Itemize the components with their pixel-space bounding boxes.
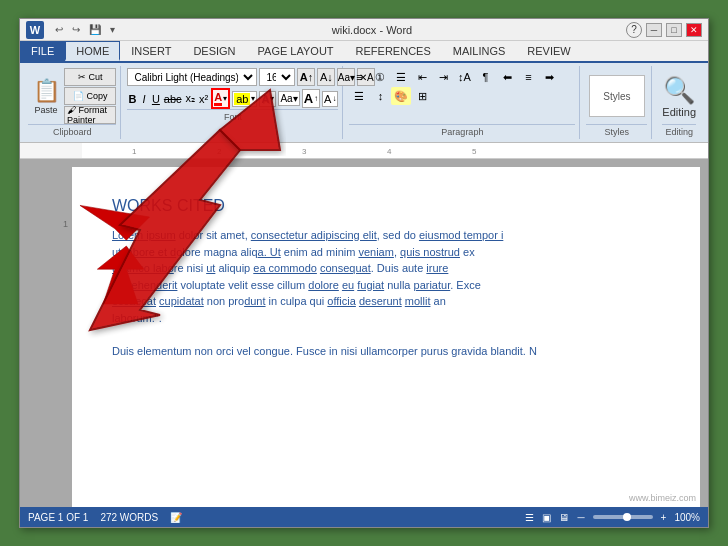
styles-preview[interactable]: Styles xyxy=(589,75,645,117)
ea-link[interactable]: ea commodo xyxy=(253,262,317,274)
shading-button[interactable]: 🎨 xyxy=(391,87,411,105)
fugiat-link[interactable]: fugiat xyxy=(357,279,384,291)
paragraph-buttons: ≡ ① ☰ ⇤ ⇥ ↕A ¶ ⬅ ≡ ➡ ☰ ↕ 🎨 ⊞ xyxy=(349,68,575,124)
font-label: Font xyxy=(127,109,338,122)
increase-font-button[interactable]: A↑ xyxy=(297,68,315,86)
dunt-link[interactable]: dunt xyxy=(244,295,265,307)
decrease-font-button[interactable]: A↓ xyxy=(317,68,335,86)
close-button[interactable]: ✕ xyxy=(686,23,702,37)
italic-button[interactable]: I xyxy=(139,90,149,108)
decrease-indent-button[interactable]: ⇤ xyxy=(412,68,432,86)
tab-insert[interactable]: INSERT xyxy=(120,41,182,61)
lorem-text: Lorem ipsum xyxy=(112,229,176,241)
zoom-slider[interactable] xyxy=(593,515,653,519)
underline-button[interactable]: U xyxy=(151,90,161,108)
font-size-select[interactable]: 16 xyxy=(259,68,295,86)
font-color-button[interactable]: A ▾ xyxy=(211,88,230,109)
paragraph-group: ≡ ① ☰ ⇤ ⇥ ↕A ¶ ⬅ ≡ ➡ ☰ ↕ 🎨 ⊞ Paragraph xyxy=(345,66,580,139)
tab-design[interactable]: DESIGN xyxy=(182,41,246,61)
ruler-inner: 1 2 3 4 5 xyxy=(82,143,708,158)
redo-button[interactable]: ↪ xyxy=(69,23,83,36)
pariatur-link[interactable]: pariatur xyxy=(414,279,451,291)
font-size-grow[interactable]: A ↑ xyxy=(302,89,320,108)
sort-button[interactable]: ↕A xyxy=(454,68,474,86)
format-painter-button[interactable]: 🖌 Format Painter xyxy=(64,106,116,124)
copy-button[interactable]: 📄 Copy xyxy=(64,87,116,105)
tab-mailings[interactable]: MAILINGS xyxy=(442,41,517,61)
document-page[interactable]: WORKS CITED Lorem ipsum dolor sit amet, … xyxy=(72,167,700,507)
align-left-button[interactable]: ⬅ xyxy=(497,68,517,86)
align-center-button[interactable]: ≡ xyxy=(518,68,538,86)
window-title: wiki.docx - Word xyxy=(332,24,412,36)
mollit-link[interactable]: mollit xyxy=(405,295,431,307)
ut-link[interactable]: ut xyxy=(206,262,215,274)
ribbon-content: 📋 Paste ✂ Cut 📄 Copy 🖌 Format Painter Cl… xyxy=(20,63,708,143)
paste-button[interactable]: 📋 Paste xyxy=(28,74,64,118)
text-case-button[interactable]: Aa▾ xyxy=(278,91,299,106)
save-button[interactable]: 💾 xyxy=(86,23,104,36)
quis-link[interactable]: quis nostrud xyxy=(400,246,460,258)
font-effects-button[interactable]: A ▾ xyxy=(259,91,276,107)
multilevel-list-button[interactable]: ☰ xyxy=(391,68,411,86)
show-paragraph-button[interactable]: ¶ xyxy=(475,68,495,86)
styles-label: Styles xyxy=(586,124,647,137)
ut-labore-link[interactable]: ut labore et d xyxy=(112,246,176,258)
qat-dropdown[interactable]: ▾ xyxy=(107,23,118,36)
minimize-button[interactable]: ─ xyxy=(646,23,662,37)
numbered-list-button[interactable]: ① xyxy=(370,68,390,86)
reprehenderit-link[interactable]: reprehenderit xyxy=(112,279,177,291)
proofing-icon[interactable]: 📝 xyxy=(170,512,182,523)
cupidatat-link[interactable]: cupidatat xyxy=(159,295,204,307)
maximize-button[interactable]: □ xyxy=(666,23,682,37)
tab-file[interactable]: FILE xyxy=(20,41,65,61)
ullamco-link[interactable]: ullamco labo xyxy=(112,262,174,274)
justify-button[interactable]: ☰ xyxy=(349,87,369,105)
eiusmod-link[interactable]: eiusmod tempor i xyxy=(419,229,503,241)
border-button[interactable]: ⊞ xyxy=(412,87,432,105)
body-paragraph-6: laborum.". xyxy=(112,310,660,327)
cut-button[interactable]: ✂ Cut xyxy=(64,68,116,86)
consequat-link[interactable]: consequat xyxy=(320,262,371,274)
tab-references[interactable]: REFERENCES xyxy=(345,41,442,61)
align-right-button[interactable]: ➡ xyxy=(539,68,559,86)
view-web-button[interactable]: 🖥 xyxy=(559,512,569,523)
zoom-in-button[interactable]: + xyxy=(661,512,667,523)
bullets-button[interactable]: ≡ xyxy=(349,68,369,86)
dolore-link[interactable]: dolore xyxy=(308,279,339,291)
strikethrough-button[interactable]: abc xyxy=(163,90,183,108)
a-ut-link[interactable]: a. Ut xyxy=(258,246,281,258)
tab-review[interactable]: REVIEW xyxy=(516,41,581,61)
irure-link[interactable]: irure xyxy=(426,262,448,274)
zoom-out-button[interactable]: ─ xyxy=(577,512,584,523)
page-status: PAGE 1 OF 1 xyxy=(28,512,88,523)
deserunt-link[interactable]: deserunt xyxy=(359,295,402,307)
view-normal-button[interactable]: ☰ xyxy=(525,512,534,523)
ruler: 1 2 3 4 5 xyxy=(20,143,708,159)
editing-content: 🔍 Editing xyxy=(662,68,696,124)
undo-button[interactable]: ↩ xyxy=(52,23,66,36)
line-spacing-button[interactable]: ↕ xyxy=(370,87,390,105)
occaecat-link[interactable]: occaecat xyxy=(112,295,156,307)
ribbon-tabs: FILE HOME INSERT DESIGN PAGE LAYOUT REFE… xyxy=(20,41,708,63)
font-size-shrink[interactable]: A ↓ xyxy=(322,91,338,107)
help-button[interactable]: ? xyxy=(626,22,642,38)
eu-link[interactable]: eu xyxy=(342,279,354,291)
styles-button[interactable]: Styles xyxy=(589,68,645,124)
bold-button[interactable]: B xyxy=(127,90,137,108)
highlight-button[interactable]: ab ▾ xyxy=(232,91,257,107)
zoom-level: 100% xyxy=(674,512,700,523)
view-layout-button[interactable]: ▣ xyxy=(542,512,551,523)
superscript-button[interactable]: x² xyxy=(198,90,209,108)
tab-home[interactable]: HOME xyxy=(65,41,120,61)
subscript-button[interactable]: x₂ xyxy=(185,90,197,108)
veniam-link[interactable]: veniam xyxy=(358,246,393,258)
styles-group: Styles Styles xyxy=(582,66,652,139)
left-margin: 1 xyxy=(20,159,72,507)
font-name-select[interactable]: Calibri Light (Headings) xyxy=(127,68,257,86)
officia-link[interactable]: officia xyxy=(327,295,356,307)
consectetur-link[interactable]: consectetur adipiscing elit xyxy=(251,229,377,241)
increase-indent-button[interactable]: ⇥ xyxy=(433,68,453,86)
tab-page-layout[interactable]: PAGE LAYOUT xyxy=(247,41,345,61)
editing-button[interactable]: 🔍 Editing xyxy=(662,75,696,118)
font-group: Calibri Light (Headings) 16 A↑ A↓ Aa▾ ✕A… xyxy=(123,66,343,139)
